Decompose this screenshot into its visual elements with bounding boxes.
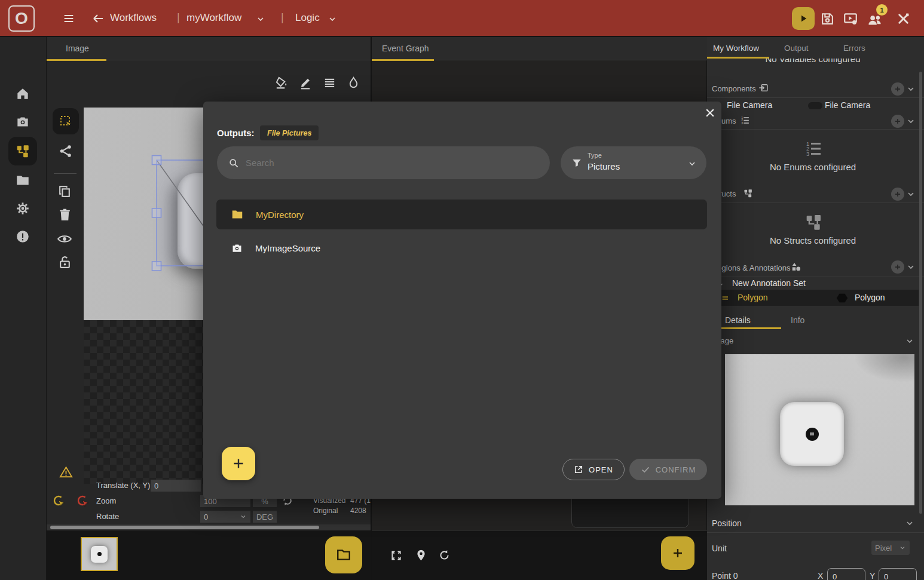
back-arrow-icon[interactable] <box>91 11 105 26</box>
polygon-row[interactable]: Polygon Polygon <box>707 290 919 306</box>
add-region-button[interactable] <box>891 260 904 274</box>
layers-lines-tool-icon[interactable] <box>323 76 336 90</box>
tab-info[interactable]: Info <box>791 315 804 325</box>
pencil-tool-icon[interactable] <box>299 76 313 90</box>
thumbnail-dot <box>97 552 102 556</box>
point0-x-input[interactable]: 0 <box>827 568 865 580</box>
crossed-tools-icon[interactable] <box>896 11 911 26</box>
detail-image-preview[interactable] <box>725 354 914 505</box>
original-value: 4208 <box>350 507 366 515</box>
app-logo[interactable]: O <box>8 5 35 32</box>
filmstrip-thumbnail[interactable] <box>81 537 118 571</box>
add-enum-button[interactable] <box>891 115 904 128</box>
type-filter-label: Type <box>588 152 602 159</box>
components-collapse-icon[interactable] <box>906 84 916 94</box>
right-panel-scrollbar[interactable] <box>919 72 922 514</box>
app-window: O Workflows | myWorkflow | Logic <box>0 0 924 580</box>
duplicate-tool-icon[interactable] <box>57 184 72 199</box>
hamburger-menu-icon[interactable] <box>62 12 75 25</box>
select-tool-active[interactable] <box>53 108 79 134</box>
refresh-icon[interactable] <box>438 549 451 561</box>
top-bar: O Workflows | myWorkflow | Logic <box>0 0 924 37</box>
sidebar-item-alerts[interactable] <box>15 229 30 244</box>
add-node-button[interactable] <box>661 536 694 570</box>
click-select-yellow-icon[interactable] <box>52 494 66 508</box>
workflow-name-menu[interactable]: myWorkflow <box>186 12 241 24</box>
position-collapse-icon[interactable] <box>905 518 914 528</box>
canvas-hscrollbar[interactable] <box>47 524 371 530</box>
breadcrumb-workflows[interactable]: Workflows <box>110 12 157 24</box>
tab-my-workflow-underline <box>707 57 769 59</box>
plus-icon <box>231 456 246 471</box>
mode-menu[interactable]: Logic <box>295 12 320 24</box>
search-field[interactable] <box>217 146 550 179</box>
add-output-fab[interactable] <box>222 447 255 480</box>
visualized-block: Visualized477 (1 Original4208 <box>313 496 371 516</box>
visibility-tool-icon[interactable] <box>57 231 72 247</box>
component-toggle[interactable] <box>808 102 822 109</box>
annotation-set-name[interactable]: New Annotation Set <box>732 278 806 288</box>
left-sidebar <box>0 37 47 580</box>
list-item-image-source[interactable]: MyImageSource <box>216 233 707 263</box>
filter-chip[interactable]: File Pictures <box>260 125 319 140</box>
add-component-button[interactable] <box>891 82 904 96</box>
delete-tool-icon[interactable] <box>57 207 72 222</box>
rotate-unit-box: DEG <box>253 511 277 523</box>
logo-letter: O <box>15 9 28 28</box>
run-button[interactable] <box>792 7 815 30</box>
display-settings-icon[interactable] <box>843 11 858 27</box>
component-name[interactable]: File Camera <box>727 100 772 110</box>
add-struct-button[interactable] <box>891 188 904 201</box>
click-select-red-icon[interactable] <box>76 494 90 508</box>
check-icon <box>641 465 650 474</box>
image-section-collapse-icon[interactable] <box>905 336 914 346</box>
open-button[interactable]: OPEN <box>562 459 625 480</box>
confirm-button[interactable]: CONFIRM <box>629 459 707 480</box>
workflow-chevron-down-icon[interactable] <box>256 14 265 24</box>
open-folder-button[interactable] <box>325 536 362 573</box>
sidebar-item-workflow-active[interactable] <box>8 137 37 165</box>
droplet-tool-icon[interactable] <box>347 76 360 90</box>
structs-collapse-icon[interactable] <box>906 189 916 199</box>
search-input[interactable] <box>246 158 539 168</box>
output-picker-modal: Outputs: File Pictures Type Pictures My <box>203 102 721 499</box>
badge-count: 1 <box>880 7 883 14</box>
hscrollbar-thumb[interactable] <box>50 526 319 529</box>
tab-my-workflow[interactable]: My Workflow <box>713 44 759 53</box>
list-item-name: MyImageSource <box>255 243 320 253</box>
tab-event-graph[interactable]: Event Graph <box>382 44 429 53</box>
breadcrumb-separator-2: | <box>281 11 284 24</box>
confirm-button-label: CONFIRM <box>656 465 696 474</box>
list-item-directory[interactable]: MyDirectory <box>216 200 707 229</box>
rotate-select[interactable]: 0 <box>200 511 250 523</box>
sidebar-item-home[interactable] <box>15 86 30 102</box>
tab-output[interactable]: Output <box>784 44 809 53</box>
svg-text:3: 3 <box>741 122 743 125</box>
tab-event-graph-underline <box>372 59 434 61</box>
translate-input[interactable]: 0 <box>151 480 201 492</box>
point0-y-input[interactable]: 0 <box>879 568 917 580</box>
list-item-name: MyDirectory <box>256 210 304 220</box>
camera-icon <box>231 242 243 254</box>
tab-details[interactable]: Details <box>725 315 751 325</box>
modal-close-icon[interactable] <box>704 107 716 119</box>
tab-errors[interactable]: Errors <box>843 44 865 53</box>
lock-tool-icon[interactable] <box>57 255 72 270</box>
regions-collapse-icon[interactable] <box>906 262 916 272</box>
unit-select[interactable]: Pixel <box>871 541 910 555</box>
location-pin-icon[interactable] <box>415 549 427 561</box>
save-link-icon[interactable] <box>820 11 835 26</box>
share-nodes-tool-icon[interactable] <box>58 143 74 159</box>
components-divider <box>707 97 924 98</box>
fill-bucket-tool-icon[interactable] <box>275 76 289 90</box>
no-structs-text: No Structs configured <box>707 235 919 245</box>
tab-image-underline <box>47 59 106 61</box>
enums-collapse-icon[interactable] <box>906 116 916 126</box>
tab-image[interactable]: Image <box>66 44 89 53</box>
sidebar-item-settings[interactable] <box>15 201 30 216</box>
type-filter-dropdown[interactable]: Type Pictures <box>561 146 706 179</box>
mode-chevron-down-icon[interactable] <box>328 14 337 24</box>
sidebar-item-files[interactable] <box>15 173 30 188</box>
sidebar-item-camera[interactable] <box>15 114 30 130</box>
fit-view-icon[interactable] <box>390 550 402 561</box>
